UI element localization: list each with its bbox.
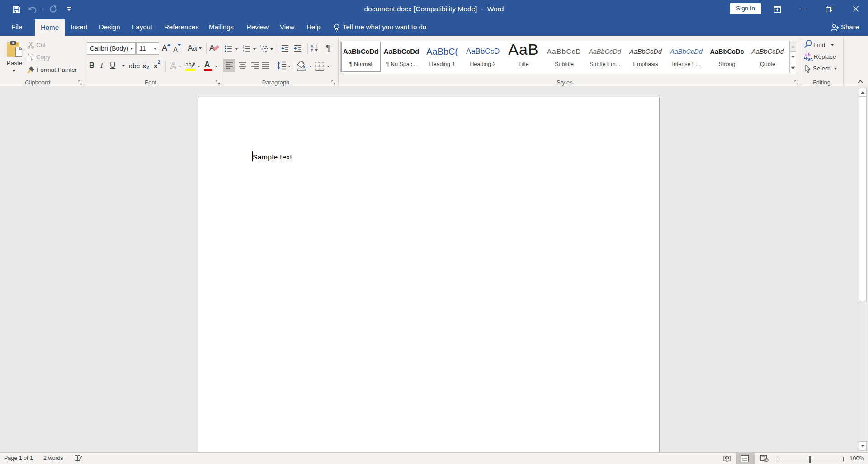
svg-text:ac: ac [808, 57, 813, 61]
svg-text:Z: Z [311, 48, 313, 52]
svg-text:ab: ab [185, 61, 192, 68]
svg-text:i: i [263, 50, 264, 52]
svg-text:3: 3 [243, 50, 244, 52]
